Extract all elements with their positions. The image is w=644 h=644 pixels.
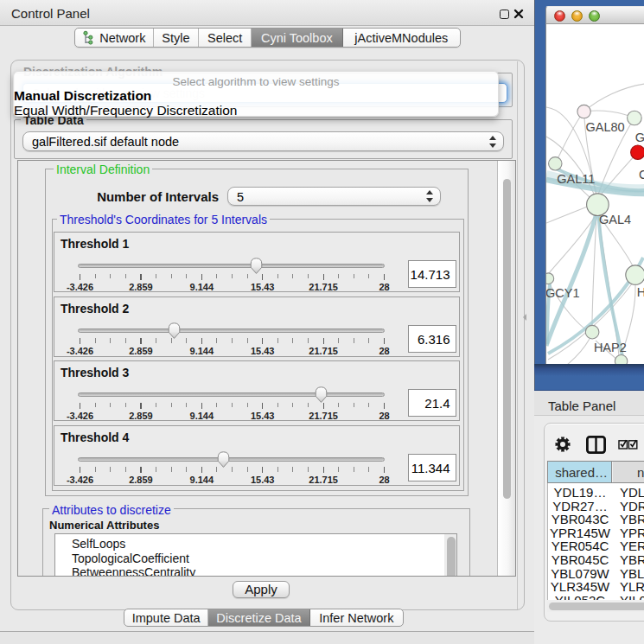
svg-text:HAP2: HAP2 [594, 341, 627, 354]
svg-text:G.: G. [635, 131, 644, 144]
svg-text:C: C [639, 168, 644, 182]
svg-text:GAL4: GAL4 [599, 213, 631, 226]
svg-text:GAL11: GAL11 [557, 172, 595, 186]
svg-text:GAL80: GAL80 [586, 120, 625, 134]
svg-text:H: H [637, 285, 644, 299]
svg-text:GCY1: GCY1 [546, 286, 580, 300]
